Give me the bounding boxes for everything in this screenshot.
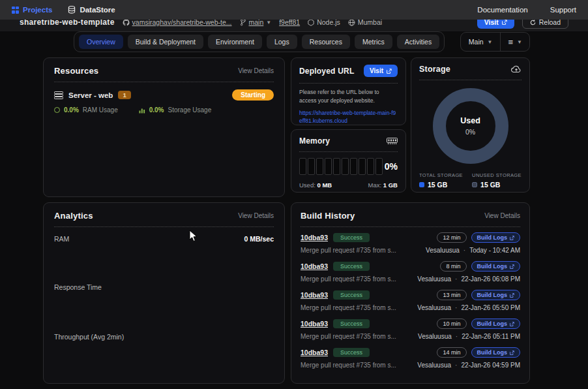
external-link-icon [510,264,514,269]
reload-button[interactable]: Reload [522,20,568,29]
nav-projects[interactable]: Projects [12,6,52,14]
build-row: 10dba93 Success 14 min Build Logs Merge … [301,346,520,371]
env-dropdown-label: Main [469,38,484,46]
ram-ring-icon [54,107,60,113]
tab-build-deployment[interactable]: Build & Deployment [128,35,203,49]
region-indicator: Mumbai [348,20,382,26]
deployed-visit-button[interactable]: Visit [364,65,398,77]
tab-overview[interactable]: Overview [79,35,123,49]
build-logs-button[interactable]: Build Logs [471,347,521,358]
project-title: sharetribe-web-template [20,20,115,27]
memory-max-value: 1 GB [383,181,398,189]
unused-storage-swatch [472,182,477,187]
runtime-label: Node.js [317,20,340,26]
build-time: 22-Jan-26 06:08 PM [461,275,520,283]
duration-pill: 14 min [437,347,466,358]
status-badge: Success [333,290,370,300]
status-badge: Success [333,319,370,328]
ram-metric-label: RAM [54,235,69,243]
commit-link[interactable]: 10dba93 [301,320,328,328]
branch-selector[interactable]: main ▼ [240,20,272,26]
chevron-down-icon: ▼ [517,39,522,45]
deployed-url-description: Please refer to the URL below to access … [299,88,398,105]
ram-usage-label: RAM Usage [83,106,118,114]
tab-activities[interactable]: Activities [397,35,439,49]
commit-link[interactable]: 10dba93 [301,262,328,270]
tab-group: Overview Build & Deployment Environment … [74,31,445,52]
memory-percent: 0% [385,161,398,172]
database-icon [68,6,76,14]
nav-documentation[interactable]: Documentation [477,6,527,14]
build-history-card: Build History View Details 10dba93 Succe… [291,202,530,384]
server-icon [54,91,63,99]
response-time-label: Response Time [54,283,274,291]
branch-icon [240,20,246,26]
unused-storage-legend: UNUSED STORAGE 15 GB [472,172,522,189]
build-row: 10dba93 Success 13 min Build Logs Merge … [301,288,520,313]
grid-icon [12,7,19,14]
memory-used-value: 0 MB [317,181,332,189]
external-link-icon [510,293,514,298]
nav-support[interactable]: Support [550,6,576,14]
build-history-title: Build History [301,211,355,221]
build-logs-button[interactable]: Build Logs [471,232,521,243]
deployed-url-link[interactable]: https://sharetribe-web-template-main-f9e… [299,109,398,126]
repo-link[interactable]: vamsiraghav/sharetribe-web-te... [123,20,232,26]
build-history-view-details-link[interactable]: View Details [484,212,520,219]
build-logs-label: Build Logs [477,292,508,298]
memory-bar: 0% [299,158,398,175]
memory-used-label: Used: [299,181,316,189]
tab-resources[interactable]: Resources [302,35,350,49]
list-icon: ≡ [508,37,513,47]
duration-pill: 10 min [437,319,466,329]
donut-used-label: Used [460,116,480,125]
chevron-down-icon: ▼ [488,39,493,45]
visit-button[interactable]: Visit [477,20,514,29]
refresh-icon [530,20,536,25]
memory-used: Used: 0 MB [299,181,332,189]
ram-metric-value: 0 MB/sec [244,235,274,243]
resources-view-details-link[interactable]: View Details [238,67,274,74]
storage-donut-chart: Used 0% [433,88,508,164]
bar-chart-icon [139,107,145,114]
external-link-icon [387,69,392,74]
nodejs-icon [308,20,314,26]
tab-environment[interactable]: Environment [208,35,262,49]
commit-message: Merge pull request #735 from s... [301,304,396,311]
author: Vesaluusua [426,247,460,254]
nav-datastore[interactable]: DataStore [68,6,115,14]
chevron-down-icon: ▼ [266,20,271,25]
github-icon [123,20,130,26]
server-row[interactable]: Server - web 1 Starting [54,89,274,101]
external-link-icon [510,236,514,240]
tab-metrics[interactable]: Metrics [355,35,392,49]
runtime-indicator: Node.js [308,20,340,26]
commit-link[interactable]: 10dba93 [301,291,328,299]
mouse-cursor [189,230,198,243]
total-storage-value: 15 GB [428,181,447,189]
commit-message: Merge pull request #735 from s... [301,247,396,254]
app-screen: Projects DataStore Documentation Support… [0,0,588,389]
branch-label: main [249,20,264,26]
commit-link[interactable]: f9eff81 [279,20,300,26]
commit-link[interactable]: 10dba93 [301,349,328,356]
commit-message: Merge pull request #735 from s... [301,333,396,340]
build-logs-label: Build Logs [477,234,508,241]
duration-pill: 8 min [440,261,466,272]
tab-logs[interactable]: Logs [267,35,297,49]
build-logs-button[interactable]: Build Logs [471,290,521,300]
env-dropdown[interactable]: Main ▼ [461,33,501,51]
storage-title: Storage [419,65,450,74]
cloud-icon [511,65,522,73]
build-logs-button[interactable]: Build Logs [471,261,521,272]
analytics-view-details-link[interactable]: View Details [238,212,274,219]
commit-message: Merge pull request #735 from s... [301,275,396,283]
commit-link[interactable]: 10dba93 [301,234,328,241]
server-name: Server - web [68,91,113,99]
visit-button-label: Visit [484,20,499,26]
dot-separator: · [463,247,465,254]
build-logs-button[interactable]: Build Logs [471,319,521,329]
list-menu-button[interactable]: ≡ ▼ [501,33,529,51]
commit-label: f9eff81 [279,20,300,26]
environment-controls: Main ▼ ≡ ▼ [460,32,530,52]
